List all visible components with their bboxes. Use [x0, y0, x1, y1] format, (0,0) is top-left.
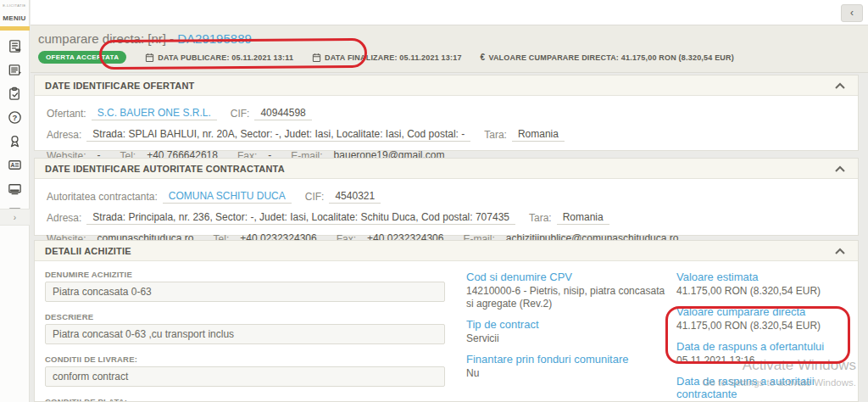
brand-text: e-licitatie [0, 0, 29, 8]
cif-value: 40944598 [254, 107, 311, 120]
cif-label: CIF: [231, 108, 250, 120]
finalize-date-label: DATA FINALIZARE: [325, 53, 398, 62]
direct-purchase-value: € VALOARE CUMPARARE DIRECTA: 41.175,00 R… [481, 53, 734, 62]
valoare-estimata-label: Valoare estimata [676, 271, 859, 283]
descriere-label: DESCRIERE [45, 312, 447, 321]
tara-label: Tara: [484, 129, 507, 141]
sidebar-expand-button[interactable]: › [0, 209, 30, 226]
valoare-cumparare-label: Valoare cumparare directa [676, 305, 859, 318]
sidebar-accent-bar [0, 26, 30, 31]
section-details-body: DENUMIRE ACHIZITIE DESCRIERE CONDITII DE… [35, 261, 858, 402]
details-right-column: Valoare estimata 41.175,00 RON (8.320,54… [676, 263, 859, 402]
details-left-column: DENUMIRE ACHIZITIE DESCRIERE CONDITII DE… [45, 265, 447, 402]
status-badge: OFERTA ACCEPTATA [38, 51, 126, 64]
ofertant-label: Ofertant: [47, 108, 86, 120]
award-icon [7, 133, 23, 153]
plata-label: CONDITII DE PLATA: [45, 397, 447, 402]
section-offerer-header: DATE IDENTIFICARE OFERTANT [35, 75, 858, 96]
adresa-label: Adresa: [47, 212, 81, 224]
section-details: DETALII ACHIZITIE DENUMIRE ACHIZITIE DES… [34, 240, 859, 402]
authority-row-identity: Autoritatea contractanta: COMUNA SCHITU … [47, 190, 846, 204]
header-meta-row: OFERTA ACCEPTATA DATA PUBLICARE: 05.11.2… [38, 51, 734, 64]
denumire-input[interactable] [45, 282, 445, 302]
cif-value: 4540321 [329, 190, 381, 204]
sidebar-item-direct-purchases[interactable] [0, 83, 30, 107]
finalize-date: DATA FINALIZARE: 05.11.2021 13:17 [312, 53, 462, 63]
page-title: cumparare directa: [nr] - DA29195889 [38, 31, 252, 46]
calendar-icon [312, 53, 321, 63]
raspuns-ofertant-value: 05.11.2021 13:16 [676, 355, 859, 367]
sidebar: e-licitatie MENIU ? A [0, 0, 30, 402]
denumire-label: DENUMIRE ACHIZITIE [45, 270, 447, 279]
offerer-row-identity: Ofertant: S.C. BAUER ONE S.R.L. CIF: 409… [47, 107, 846, 120]
details-middle-column: Cod si denumire CPV 14210000-6 - Pietris… [466, 263, 671, 380]
sidebar-item-awards[interactable] [0, 131, 30, 154]
cif-label: CIF: [305, 191, 325, 203]
procurement-number-link[interactable]: DA29195889 [177, 31, 252, 46]
adresa-label: Adresa: [47, 129, 81, 141]
page: e-licitatie MENIU ? A [0, 0, 868, 402]
news-icon [7, 38, 23, 58]
value-label: VALOARE CUMPARARE DIRECTA: [488, 53, 619, 62]
collapse-section-button[interactable] [832, 243, 848, 259]
publish-date: DATA PUBLICARE: 05.11.2021 13:11 [145, 53, 293, 63]
publish-date-value: 05.11.2021 13:11 [231, 53, 293, 62]
raspuns-autoritate-label: Data de raspuns a autoritatii contractan… [676, 375, 859, 400]
billboard-icon [7, 181, 23, 200]
page-title-prefix: cumparare directa: [nr] - [38, 31, 177, 46]
finantare-label: Finantare prin fonduri comunitare [466, 353, 671, 366]
sidebar-item-help[interactable]: ? [0, 107, 30, 131]
section-title: DATE IDENTIFICARE OFERTANT [45, 81, 832, 91]
authority-row-address: Adresa: Strada: Principala, nr. 236, Sec… [47, 211, 846, 225]
chevron-right-icon: › [14, 213, 16, 222]
page-header: cumparare directa: [nr] - DA29195889 OFE… [31, 25, 868, 73]
livrare-label: CONDITII DE LIVRARE: [45, 355, 447, 364]
id-card-icon: A [7, 157, 23, 176]
raspuns-ofertant-label: Data de raspuns a ofertantului [676, 340, 859, 353]
section-details-header: DETALII ACHIZITIE [35, 241, 858, 261]
euro-icon: € [481, 53, 486, 62]
finantare-value: Nu [466, 367, 671, 380]
section-title: DATE IDENTIFICARE AUTORITATE CONTRACTANT… [45, 164, 832, 174]
sidebar-item-news[interactable] [0, 36, 30, 59]
topbar: ‹ [31, 0, 868, 25]
valoare-estimata-value: 41.175,00 RON (8.320,54 EUR) [676, 285, 859, 298]
tara-label: Tara: [529, 212, 552, 224]
value-amount: 41.175,00 RON (8.320,54 EUR) [621, 53, 734, 62]
clipboard-check-icon [7, 86, 23, 105]
procedures-list-icon [7, 62, 23, 81]
tip-contract-label: Tip de contract [466, 318, 671, 331]
adresa-value: Strada: SPLAI BAHLUI, nr. 20A, Sector: -… [86, 128, 470, 142]
collapse-section-button[interactable] [832, 78, 848, 93]
autoritate-link[interactable]: COMUNA SCHITU DUCA [163, 190, 292, 204]
cpv-label: Cod si denumire CPV [466, 271, 671, 283]
help-icon: ? [7, 109, 23, 129]
sidebar-item-notices[interactable] [0, 178, 30, 202]
descriere-input[interactable] [45, 324, 445, 344]
back-button[interactable]: ‹ [841, 4, 863, 22]
cpv-value: 14210000-6 - Pietris, nisip, piatra conc… [466, 285, 671, 310]
sidebar-item-contacts[interactable]: A [0, 154, 30, 178]
tip-contract-value: Servicii [466, 332, 671, 345]
valoare-cumparare-value: 41.175,00 RON (8.320,54 EUR) [676, 320, 859, 332]
tara-value: Romania [512, 128, 565, 142]
publish-date-label: DATA PUBLICARE: [158, 53, 229, 62]
section-authority: DATE IDENTIFICARE AUTORITATE CONTRACTANT… [34, 158, 859, 236]
adresa-value: Strada: Principala, nr. 236, Sector: -, … [86, 211, 515, 225]
calendar-icon [145, 53, 154, 63]
menu-label: MENIU [0, 14, 29, 22]
offerer-row-address: Adresa: Strada: SPLAI BAHLUI, nr. 20A, S… [47, 128, 846, 142]
finalize-date-value: 05.11.2021 13:17 [399, 53, 461, 62]
section-offerer: DATE IDENTIFICARE OFERTANT Ofertant: S.C… [34, 75, 859, 151]
section-authority-header: DATE IDENTIFICARE AUTORITATE CONTRACTANT… [35, 159, 858, 179]
autoritate-label: Autoritatea contractanta: [47, 191, 158, 203]
sidebar-item-procedures[interactable] [0, 59, 30, 83]
tara-value: Romania [557, 211, 609, 225]
livrare-input[interactable] [45, 366, 445, 387]
svg-text:?: ? [13, 112, 18, 121]
collapse-section-button[interactable] [832, 161, 848, 176]
ofertant-link[interactable]: S.C. BAUER ONE S.R.L. [92, 107, 217, 120]
sidebar-nav: ? A [0, 36, 30, 226]
svg-text:A: A [10, 161, 14, 167]
section-title: DETALII ACHIZITIE [45, 246, 832, 256]
